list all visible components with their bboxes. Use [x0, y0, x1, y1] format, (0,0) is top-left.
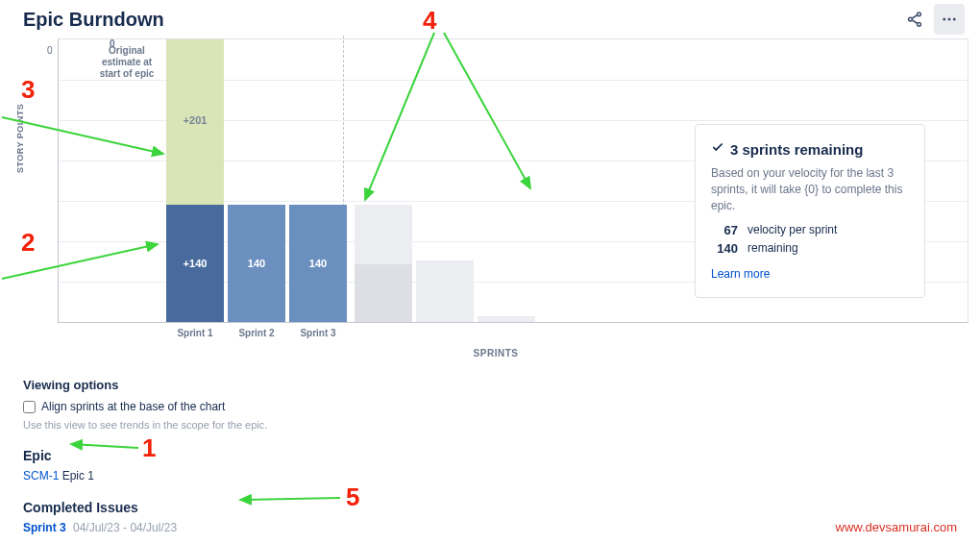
completed-sprint-link[interactable]: Sprint 3: [23, 521, 66, 534]
bar-sprint3-work: 140: [289, 205, 347, 322]
x-tick-sprint1: Sprint 1: [166, 328, 224, 338]
x-tick-sprint2: Sprint 2: [228, 328, 285, 338]
viewing-hint: Use this view to see trends in the scope…: [23, 419, 957, 431]
annotation-4: 4: [423, 6, 436, 36]
velocity-label: velocity per sprint: [747, 223, 837, 237]
bar-forecast-1-bottom: [355, 264, 412, 322]
y-axis-label: STORY POINTS: [15, 104, 25, 173]
svg-line-3: [912, 15, 918, 19]
svg-point-7: [953, 18, 956, 21]
align-sprints-checkbox[interactable]: [23, 401, 36, 413]
page-title: Epic Burndown: [23, 9, 164, 31]
annotation-1: 1: [142, 433, 156, 463]
x-tick-sprint3: Sprint 3: [289, 328, 347, 338]
check-icon: [711, 140, 724, 158]
header-actions: [899, 4, 965, 35]
forecast-info-card: 3 sprints remaining Based on your veloci…: [695, 124, 925, 298]
bar-sprint1-work: +140: [166, 205, 224, 322]
annotation-3: 3: [21, 75, 35, 105]
share-icon[interactable]: [899, 4, 930, 35]
annotation-2: 2: [21, 228, 35, 258]
completed-sprint-dates: 04/Jul/23 - 04/Jul/23: [73, 521, 177, 534]
remaining-label: remaining: [747, 241, 798, 256]
align-sprints-checkbox-row[interactable]: Align sprints at the base of the chart: [23, 400, 957, 413]
svg-point-5: [943, 18, 945, 21]
origin-estimate-label: Original estimate at start of epic: [93, 45, 160, 80]
align-sprints-label: Align sprints at the base of the chart: [41, 400, 225, 413]
epic-heading: Epic: [23, 448, 957, 463]
x-axis-label: SPRINTS: [23, 348, 968, 359]
svg-line-4: [912, 20, 918, 24]
y-zero-tick: 0: [47, 45, 53, 56]
chart-plot-area: 0 Original estimate at start of epic +20…: [58, 38, 968, 323]
viewing-options-heading: Viewing options: [23, 378, 957, 392]
bar-forecast-3: [478, 316, 535, 322]
forecast-description: Based on your velocity for the last 3 sp…: [711, 165, 909, 213]
learn-more-link[interactable]: Learn more: [711, 267, 770, 281]
source-credit: www.devsamurai.com: [836, 520, 957, 534]
burndown-chart: STORY POINTS 0 0 Original estimate at st…: [23, 38, 968, 359]
completed-issues-heading: Completed Issues: [23, 500, 957, 515]
epic-name: Epic 1: [62, 469, 94, 482]
more-icon[interactable]: [934, 4, 965, 35]
forecast-title: 3 sprints remaining: [730, 141, 863, 158]
bar-forecast-2: [416, 260, 474, 322]
annotation-5: 5: [346, 482, 359, 512]
svg-point-6: [948, 18, 951, 21]
remaining-value: 140: [711, 241, 738, 256]
epic-key-link[interactable]: SCM-1: [23, 469, 59, 482]
bar-sprint2-work: 140: [228, 205, 285, 322]
velocity-value: 67: [711, 223, 738, 237]
